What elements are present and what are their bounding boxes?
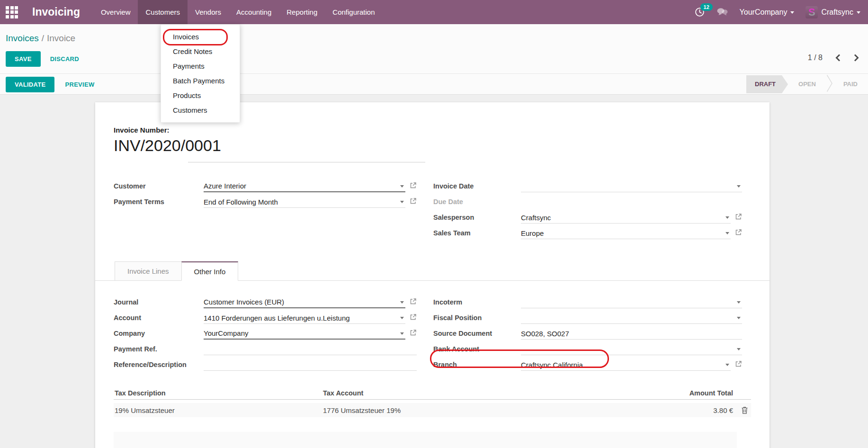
pager: 1 / 8 (808, 54, 859, 62)
company-input[interactable]: YourCompany (204, 328, 405, 340)
external-link-icon[interactable] (410, 298, 417, 305)
field-row-bank-account: Bank Account (433, 343, 742, 359)
systray: 12 YourCompany S Craftsync (695, 0, 868, 24)
dropdown-item-invoices[interactable]: Invoices (161, 29, 240, 44)
messages-icon[interactable] (716, 7, 728, 17)
bank-account-input[interactable] (521, 343, 742, 355)
chevron-down-icon[interactable] (725, 364, 729, 368)
pager-previous-icon[interactable] (835, 54, 841, 62)
due-date-label: Due Date (433, 196, 521, 207)
tab-other-info[interactable]: Other Info (181, 261, 239, 281)
dropdown-item-products[interactable]: Products (161, 88, 240, 103)
account-input[interactable]: 1410 Forderungen aus Lieferungen u.Leist… (204, 312, 405, 324)
chevron-down-icon[interactable] (737, 317, 741, 321)
field-row-branch: Branch Craftsync California (433, 359, 742, 375)
status-paid[interactable]: PAID (833, 75, 868, 93)
customers-dropdown-menu: Invoices Credit Notes Payments Batch Pay… (161, 24, 240, 123)
field-row-sales-team: Sales Team Europe (433, 227, 742, 243)
external-link-icon[interactable] (410, 314, 417, 321)
field-row-salesperson: Salesperson Craftsync (433, 212, 742, 227)
fiscal-position-input[interactable] (521, 312, 742, 324)
invoice-number-value[interactable]: INV/2020/0001 (114, 136, 221, 155)
app-title: Invoicing (32, 0, 80, 24)
status-pipeline: DRAFT OPEN PAID (746, 75, 868, 93)
user-menu[interactable]: S Craftsync (805, 6, 860, 18)
company-switcher[interactable]: YourCompany (740, 8, 795, 17)
field-row-invoice-date: Invoice Date (433, 180, 742, 196)
preview-button[interactable]: PREVIEW (65, 81, 94, 88)
customer-input[interactable]: Azure Interior (204, 180, 405, 192)
payment-terms-input[interactable]: End of Following Month (204, 196, 405, 208)
journal-input[interactable]: Customer Invoices (EUR) (204, 296, 405, 308)
reference-description-input[interactable] (204, 359, 417, 371)
external-link-icon[interactable] (735, 229, 742, 236)
activity-clock-icon[interactable]: 12 (695, 7, 705, 17)
external-link-icon[interactable] (410, 182, 417, 189)
discard-button[interactable]: DISCARD (50, 55, 79, 63)
source-document-input[interactable]: SO028, SO027 (521, 328, 742, 340)
pager-count: 1 / 8 (808, 54, 823, 62)
dropdown-item-customers[interactable]: Customers (161, 103, 240, 117)
dropdown-item-credit-notes[interactable]: Credit Notes (161, 44, 240, 59)
chevron-down-icon[interactable] (737, 301, 741, 305)
amount-total-header: Amount Total (669, 389, 733, 397)
notebook-tabs: Invoice Lines Other Info (95, 261, 770, 281)
pager-next-icon[interactable] (853, 54, 859, 62)
menu-configuration[interactable]: Configuration (325, 0, 382, 24)
menu-accounting[interactable]: Accounting (229, 0, 279, 24)
tax-account-cell: 1776 Umsatzsteuer 19% (323, 406, 669, 414)
save-button[interactable]: SAVE (6, 51, 41, 67)
chevron-down-icon (857, 11, 860, 16)
dropdown-item-batch-payments[interactable]: Batch Payments (161, 73, 240, 88)
chevron-down-icon[interactable] (400, 301, 404, 305)
chevron-down-icon[interactable] (400, 201, 404, 205)
external-link-icon[interactable] (410, 197, 417, 205)
main-content: Invoice Number: INV/2020/0001 Customer A… (0, 95, 868, 448)
status-draft[interactable]: DRAFT (746, 75, 788, 93)
bank-account-label: Bank Account (433, 343, 521, 355)
invoice-date-input[interactable] (521, 180, 742, 192)
delete-row-trash-icon[interactable] (733, 406, 751, 414)
chevron-down-icon[interactable] (737, 348, 741, 352)
chevron-down-icon[interactable] (737, 185, 741, 189)
avatar: S (805, 6, 818, 18)
branch-label: Branch (433, 359, 521, 370)
tax-table-row[interactable]: 19% Umsatzsteuer 1776 Umsatzsteuer 19% 3… (114, 403, 751, 417)
incoterm-label: Incoterm (433, 296, 521, 308)
breadcrumb-invoices-link[interactable]: Invoices (6, 33, 39, 43)
chevron-down-icon[interactable] (400, 317, 404, 321)
sales-team-label: Sales Team (433, 227, 521, 239)
external-link-icon[interactable] (410, 329, 417, 336)
chevron-down-icon[interactable] (725, 216, 729, 221)
tab-invoice-lines[interactable]: Invoice Lines (115, 261, 182, 281)
payment-ref-label: Payment Ref. (114, 343, 204, 355)
menu-vendors[interactable]: Vendors (188, 0, 229, 24)
field-row-journal: Journal Customer Invoices (EUR) (114, 296, 417, 312)
branch-input[interactable]: Craftsync California (521, 359, 731, 371)
due-date-input[interactable] (521, 196, 742, 208)
menu-customers[interactable]: Customers (138, 0, 188, 24)
dropdown-item-payments[interactable]: Payments (161, 59, 240, 73)
status-separator-icon (826, 74, 833, 94)
payment-terms-label: Payment Terms (114, 196, 204, 207)
chevron-down-icon[interactable] (400, 185, 404, 189)
menu-reporting[interactable]: Reporting (279, 0, 325, 24)
tax-description-header: Tax Description (114, 389, 323, 397)
chevron-down-icon[interactable] (725, 232, 729, 236)
menu-overview[interactable]: Overview (93, 0, 138, 24)
field-row-account: Account 1410 Forderungen aus Lieferungen… (114, 312, 417, 328)
validate-button[interactable]: VALIDATE (6, 77, 54, 92)
status-open[interactable]: OPEN (788, 75, 826, 93)
apps-grid-icon[interactable] (0, 0, 24, 24)
tax-account-header: Tax Account (323, 389, 669, 397)
payment-ref-input[interactable] (204, 343, 417, 355)
chevron-down-icon[interactable] (400, 332, 404, 337)
field-row-payment-ref: Payment Ref. (114, 343, 417, 359)
sales-team-input[interactable]: Europe (521, 227, 731, 239)
field-row-reference-description: Reference/Description (114, 359, 417, 375)
salesperson-input[interactable]: Craftsync (521, 212, 731, 224)
external-link-icon[interactable] (735, 360, 742, 367)
user-name: Craftsync (821, 8, 853, 17)
external-link-icon[interactable] (735, 213, 742, 220)
incoterm-input[interactable] (521, 296, 742, 308)
